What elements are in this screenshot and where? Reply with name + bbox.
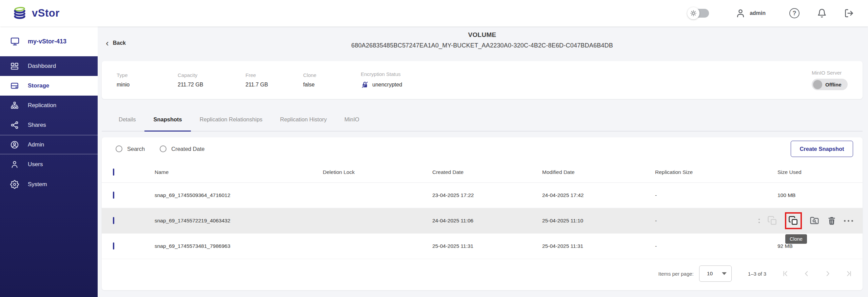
page-range-label: 1–3 of 3	[748, 271, 766, 277]
select-all-checkbox[interactable]	[113, 169, 114, 176]
table-row[interactable]: snap_69_1745509364_4716012 23-04-2025 17…	[102, 183, 863, 208]
column-header-name: Name	[155, 169, 323, 175]
field-label: Clone	[303, 72, 361, 78]
row-checkbox[interactable]	[113, 242, 114, 250]
copy-button-disabled[interactable]	[767, 216, 777, 226]
radio-label: Search	[127, 146, 145, 152]
column-header-size-used: Size Used	[777, 169, 863, 175]
user-menu[interactable]: admin	[735, 8, 766, 18]
last-page-button[interactable]	[845, 270, 852, 277]
page-size-select[interactable]: 10	[699, 265, 732, 282]
filter-search-radio[interactable]: Search	[116, 145, 145, 152]
theme-toggle[interactable]	[689, 9, 709, 18]
kebab-icon	[758, 219, 760, 223]
field-value: unencrypted	[372, 82, 402, 88]
row-checkbox[interactable]	[113, 192, 114, 199]
sidebar-item-users[interactable]: Users	[0, 154, 98, 175]
users-icon	[10, 160, 19, 169]
column-header-modified-date: Modified Date	[542, 169, 655, 175]
tab-snapshots[interactable]: Snapshots	[144, 108, 191, 131]
admin-icon	[10, 140, 19, 149]
create-snapshot-button[interactable]: Create Snapshot	[791, 141, 853, 157]
browse-files-button[interactable]	[809, 216, 820, 226]
replication-size: -	[655, 243, 777, 249]
tab-details[interactable]: Details	[110, 108, 144, 131]
column-header-replication-size: Replication Size	[655, 169, 777, 175]
more-options-button[interactable]	[844, 220, 853, 222]
bell-icon	[817, 8, 827, 18]
caret-down-icon	[722, 272, 727, 275]
next-page-button[interactable]	[824, 270, 831, 277]
help-icon: ?	[789, 8, 800, 18]
modified-date: 24-04-2025 17:42	[542, 192, 655, 198]
sidebar-item-label: System	[28, 181, 47, 188]
dashboard-icon	[10, 62, 19, 71]
username-label: admin	[750, 10, 766, 16]
volume-id: 680A26835485BC57247EA1A0_MY-BUCKET_AA223…	[102, 42, 863, 49]
radio-label: Created Date	[171, 146, 204, 152]
sidebar-item-label: Admin	[28, 141, 44, 148]
sidebar-item-admin[interactable]: Admin	[0, 135, 98, 154]
sidebar-item-dashboard[interactable]: Dashboard	[0, 56, 98, 76]
tab-replication-relationships[interactable]: Replication Relationships	[191, 108, 271, 131]
table-header-row: Name Deletion Lock Created Date Modified…	[102, 162, 863, 183]
radio-icon	[160, 145, 166, 152]
sidebar-item-storage[interactable]: Storage	[0, 76, 98, 96]
clone-button[interactable]	[788, 216, 798, 226]
field-value: minio	[117, 82, 178, 88]
row-checkbox[interactable]	[113, 217, 114, 224]
sidebar-item-system[interactable]: System	[0, 175, 98, 194]
field-value: 211.72 GB	[178, 82, 245, 88]
snapshot-name: snap_69_1745509364_4716012	[155, 192, 323, 198]
minio-server-label: MinIO Server	[812, 70, 842, 76]
help-button[interactable]: ?	[789, 8, 800, 18]
previous-page-button[interactable]	[803, 270, 810, 277]
vstor-logo: vStor	[12, 6, 60, 20]
tab-minio[interactable]: MinIO	[336, 108, 368, 131]
snapshots-table: Name Deletion Lock Created Date Modified…	[102, 162, 863, 259]
sidebar-item-replication[interactable]: Replication	[0, 96, 98, 115]
field-label: Encryption Status	[361, 71, 402, 77]
monitor-icon	[10, 37, 20, 46]
sidebar-item-shares[interactable]: Shares	[0, 115, 98, 135]
tab-replication-history[interactable]: Replication History	[271, 108, 336, 131]
modified-date: 25-04-2025 11:10	[542, 218, 655, 224]
table-row[interactable]: snap_69_1745573481_7986963 25-04-2025 11…	[102, 234, 863, 259]
column-header-created-date: Created Date	[432, 169, 542, 175]
sidebar-item-label: Dashboard	[28, 63, 56, 70]
paginator: Items per page: 10 1–3 of 3	[658, 265, 852, 282]
volume-tabs: Details Snapshots Replication Relationsh…	[102, 108, 863, 132]
delete-button[interactable]	[827, 216, 836, 225]
lock-slash-icon	[361, 81, 369, 89]
replication-tree-icon	[10, 101, 19, 110]
gear-icon	[10, 180, 19, 189]
snapshot-name: snap_69_1745573481_7986963	[155, 243, 323, 249]
radio-icon	[116, 145, 122, 152]
first-page-button[interactable]	[782, 270, 789, 277]
field-value: false	[303, 82, 361, 88]
share-icon	[10, 121, 19, 130]
logout-button[interactable]	[844, 8, 854, 18]
field-label: Free	[245, 72, 303, 78]
minio-status: Offline	[825, 82, 842, 87]
snapshots-panel: Search Created Date Create Snapshot Name…	[102, 137, 863, 290]
notifications-button[interactable]	[817, 8, 827, 18]
sidebar-item-label: Storage	[28, 82, 49, 89]
top-bar: vStor	[0, 0, 868, 26]
sidebar-host[interactable]: my-vStor-413	[0, 26, 98, 56]
size-used: 92 MB	[777, 243, 863, 249]
items-per-page-label: Items per page:	[658, 271, 694, 277]
user-icon	[735, 8, 746, 18]
storage-icon	[10, 81, 19, 90]
vstor-logo-icon	[12, 6, 27, 20]
snapshot-name: snap_69_1745572219_4063432	[155, 218, 323, 224]
created-date: 23-04-2025 17:22	[432, 192, 542, 198]
minio-server-toggle[interactable]: Offline	[812, 79, 848, 90]
sidebar-item-label: Users	[28, 161, 43, 168]
row-actions	[747, 208, 863, 233]
page-size-value: 10	[707, 271, 713, 277]
table-row[interactable]: snap_69_1745572219_4063432 24-04-2025 11…	[102, 208, 863, 234]
field-label: Capacity	[178, 72, 245, 78]
filter-created-date-radio[interactable]: Created Date	[160, 145, 204, 152]
page-title: VOLUME	[102, 31, 863, 39]
